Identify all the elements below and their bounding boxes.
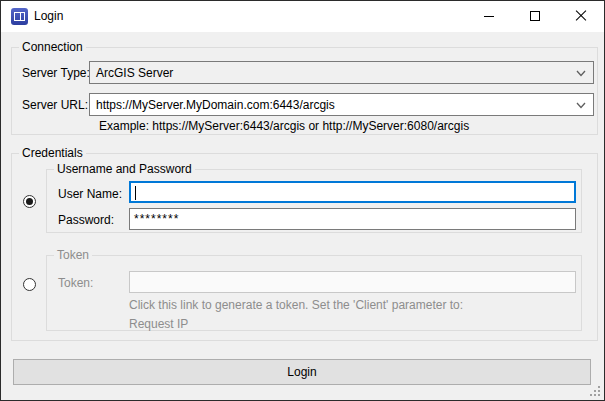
- app-window-icon: [11, 8, 28, 25]
- maximize-button[interactable]: [512, 1, 558, 31]
- resize-grip[interactable]: [598, 394, 600, 396]
- password-label: Password:: [58, 213, 114, 227]
- minimize-button[interactable]: [466, 1, 512, 31]
- token-hint-text: Click this link to generate a token. Set…: [129, 298, 463, 312]
- server-url-label: Server URL:: [22, 98, 88, 112]
- connection-group-label: Connection: [19, 40, 86, 55]
- token-group-label: Token: [54, 248, 92, 263]
- close-icon: [575, 10, 587, 22]
- chevron-down-icon: [576, 102, 586, 109]
- close-button[interactable]: [558, 1, 604, 31]
- text-caret: [135, 186, 136, 200]
- minimize-icon: [484, 16, 494, 17]
- server-url-value: https://MyServer.MyDomain.com:6443/arcgi…: [96, 98, 335, 112]
- server-url-example-text: Example: https://MyServer:6443/arcgis or…: [99, 119, 469, 133]
- login-dialog: Login Connection Server Type: ArcGIS Ser…: [0, 0, 605, 401]
- password-masked-value: ********: [134, 212, 179, 226]
- login-button[interactable]: Login: [13, 359, 591, 385]
- username-password-group-label: Username and Password: [54, 162, 195, 177]
- token-client-value: Request IP: [129, 317, 188, 331]
- server-url-combobox[interactable]: https://MyServer.MyDomain.com:6443/arcgi…: [89, 93, 594, 116]
- server-type-dropdown[interactable]: ArcGIS Server: [89, 61, 594, 84]
- username-password-radio[interactable]: [23, 195, 36, 208]
- password-input[interactable]: ********: [129, 208, 576, 230]
- maximize-icon: [530, 11, 540, 21]
- token-input: [129, 271, 576, 293]
- server-type-value: ArcGIS Server: [96, 66, 173, 80]
- app-window-icon-split: [20, 12, 21, 21]
- token-label: Token:: [58, 276, 93, 290]
- credentials-group-label: Credentials: [19, 146, 86, 161]
- window-controls: [466, 1, 604, 31]
- chevron-down-icon: [576, 70, 586, 77]
- username-input[interactable]: [129, 181, 576, 203]
- token-group: Token: [46, 255, 582, 331]
- title-bar[interactable]: Login: [1, 1, 604, 32]
- window-title: Login: [34, 1, 63, 32]
- username-label: User Name:: [58, 187, 122, 201]
- server-type-label: Server Type:: [22, 66, 90, 80]
- token-radio[interactable]: [23, 278, 36, 291]
